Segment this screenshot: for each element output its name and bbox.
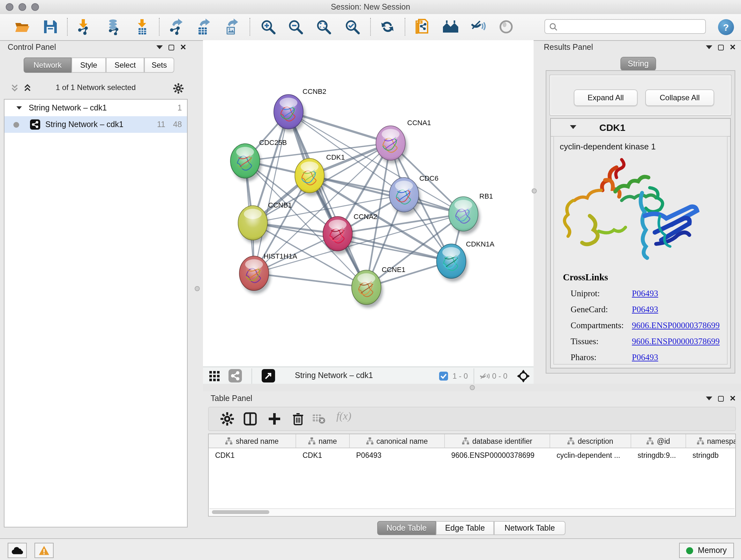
expand-all-button[interactable]: Expand All: [574, 89, 637, 106]
show-columns-icon[interactable]: [243, 412, 257, 426]
table-settings-gear-icon[interactable]: [220, 412, 234, 426]
zoom-selected-icon[interactable]: [344, 18, 360, 35]
navigator-crosshair-icon[interactable]: [517, 370, 530, 382]
column-header-namespace[interactable]: namespace: [686, 434, 736, 448]
zoom-window-button[interactable]: [31, 3, 39, 11]
float-panel-icon[interactable]: [169, 44, 174, 50]
bottom-splitter-handle[interactable]: [470, 385, 475, 390]
node-CDK1[interactable]: CDK1: [295, 153, 345, 196]
column-header--id[interactable]: @id: [631, 434, 686, 448]
show-panel-icon[interactable]: [498, 18, 515, 35]
table-cell[interactable]: stringdb:9...: [631, 448, 686, 462]
crosslink-link[interactable]: P06493: [632, 305, 658, 315]
column-header-description[interactable]: description: [550, 434, 631, 448]
expand-collection-icon[interactable]: [17, 106, 22, 110]
close-window-button[interactable]: [6, 3, 13, 11]
open-session-icon[interactable]: [14, 18, 30, 35]
table-cell[interactable]: 9606.ENSP00000378699: [445, 448, 550, 462]
table-horizontal-scrollbar[interactable]: [209, 508, 735, 515]
tab-network-table[interactable]: Network Table: [494, 521, 565, 535]
table-cell[interactable]: CDK1: [296, 448, 350, 462]
network-canvas[interactable]: CCNB2CCNA1CDC25BCDK1CDC6RB1CCNB1CCNA2CDK…: [203, 40, 534, 367]
export-image-icon[interactable]: [223, 18, 239, 35]
crosslink-link[interactable]: P06493: [632, 289, 658, 299]
zoom-in-icon[interactable]: [260, 18, 276, 35]
table-row[interactable]: CDK1CDK1P064939606.ENSP00000378699cyclin…: [209, 448, 735, 462]
export-network-icon[interactable]: [167, 18, 184, 35]
crosslink-label: Pharos:: [563, 353, 632, 363]
string-home-icon[interactable]: [442, 18, 459, 35]
hide-panel-icon[interactable]: [470, 18, 486, 35]
collapse-panel-icon[interactable]: [706, 396, 712, 400]
memory-button[interactable]: Memory: [679, 543, 734, 558]
gear-icon[interactable]: [173, 83, 184, 94]
table-cell[interactable]: CDK1: [209, 448, 296, 462]
column-header-shared-name[interactable]: shared name: [209, 434, 296, 448]
node-RB1[interactable]: RB1: [449, 192, 493, 234]
close-panel-icon[interactable]: ✕: [730, 395, 736, 401]
table-cell[interactable]: cyclin-dependent ...: [550, 448, 631, 462]
tab-node-table[interactable]: Node Table: [377, 521, 436, 535]
help-button[interactable]: ?: [718, 19, 734, 35]
node-CCNE1[interactable]: CCNE1: [352, 266, 406, 308]
zoom-out-icon[interactable]: [287, 18, 304, 35]
table-cell[interactable]: P06493: [350, 448, 445, 462]
crosslink-link[interactable]: P06493: [632, 353, 658, 363]
tab-edge-table[interactable]: Edge Table: [436, 521, 494, 535]
crosslink-link[interactable]: 9606.ENSP00000378699: [632, 320, 720, 331]
collapse-panel-icon[interactable]: [706, 45, 712, 49]
column-header-name[interactable]: name: [296, 434, 350, 448]
import-database-icon[interactable]: [105, 18, 122, 35]
search-input[interactable]: [544, 19, 706, 34]
node-CCNA2[interactable]: CCNA2: [323, 212, 378, 254]
tab-select[interactable]: Select: [106, 57, 144, 73]
refresh-icon[interactable]: [379, 18, 396, 35]
import-table-icon[interactable]: [134, 18, 151, 35]
node-CDKN1A[interactable]: CDKN1A: [436, 240, 495, 282]
tab-sets[interactable]: Sets: [144, 57, 174, 73]
collapse-panel-icon[interactable]: [156, 45, 163, 49]
add-column-icon[interactable]: [267, 412, 281, 426]
selected-checkbox-icon[interactable]: [439, 372, 448, 381]
crosslink-link[interactable]: 9606.ENSP00000378699: [632, 336, 720, 347]
left-splitter-handle[interactable]: [195, 286, 200, 291]
export-table-icon[interactable]: [195, 18, 211, 35]
collapse-gene-icon[interactable]: [570, 125, 576, 129]
cloud-button[interactable]: [8, 543, 27, 558]
node-CCNA1[interactable]: CCNA1: [376, 119, 431, 164]
close-panel-icon[interactable]: ✕: [730, 44, 736, 51]
float-panel-icon[interactable]: [718, 44, 724, 50]
table-cell[interactable]: stringdb: [686, 448, 736, 462]
share-document-icon[interactable]: [414, 18, 430, 35]
birds-eye-view-icon[interactable]: [262, 369, 275, 382]
node-CCNB2[interactable]: CCNB2: [274, 87, 327, 132]
edge-CCNB2-HIST1H1A[interactable]: [254, 112, 288, 273]
network-row-selected[interactable]: String Network – cdk1 11 48: [4, 116, 187, 133]
close-panel-icon[interactable]: ✕: [180, 44, 186, 51]
tab-string[interactable]: String: [620, 57, 656, 71]
gene-section-header[interactable]: CDK1: [551, 119, 730, 137]
function-builder-icon[interactable]: f(x): [336, 410, 351, 423]
node-HIST1H1A[interactable]: HIST1H1A: [239, 252, 297, 294]
warnings-button[interactable]: [35, 543, 54, 558]
collapse-all-button[interactable]: Collapse All: [645, 89, 714, 106]
tab-style[interactable]: Style: [71, 57, 106, 73]
delete-column-trash-icon[interactable]: [291, 412, 305, 426]
save-session-icon[interactable]: [42, 18, 59, 35]
column-header-canonical-name[interactable]: canonical name: [350, 434, 445, 448]
string-view-icon[interactable]: [228, 369, 242, 382]
edge-HIST1H1A-CCNE1[interactable]: [254, 273, 366, 287]
float-panel-icon[interactable]: [718, 395, 724, 401]
edge-CCNB2-CCNE1[interactable]: [288, 112, 366, 287]
column-header-database-identifier[interactable]: database identifier: [445, 434, 550, 448]
scrollbar-thumb[interactable]: [212, 510, 269, 514]
minimize-window-button[interactable]: [18, 3, 26, 11]
zoom-fit-icon[interactable]: [315, 18, 332, 35]
tab-network[interactable]: Network: [23, 57, 71, 73]
column-attribute-icon: [647, 437, 654, 444]
grid-view-icon[interactable]: [209, 369, 221, 382]
network-collection-row[interactable]: String Network – cdk1 1: [4, 100, 187, 116]
import-network-icon[interactable]: [75, 18, 92, 35]
control-panel-title: Control Panel: [8, 43, 56, 52]
delete-table-icon[interactable]: [313, 414, 326, 424]
